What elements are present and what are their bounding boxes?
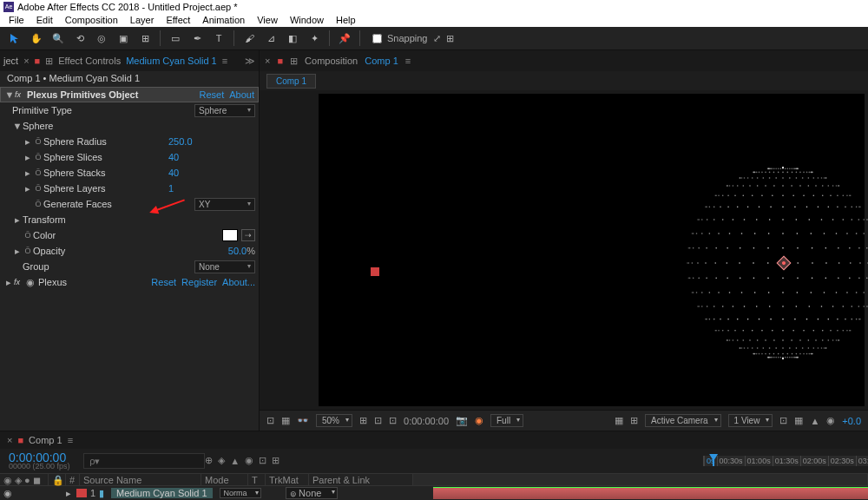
close-tab-icon[interactable]: × <box>23 56 29 66</box>
snapping-checkbox[interactable] <box>372 34 382 43</box>
tl-icon-5[interactable]: ⊡ <box>259 455 266 466</box>
orbit-tool-icon[interactable]: ⟲ <box>70 29 89 48</box>
timeline-search-input[interactable] <box>83 453 205 469</box>
views-dropdown[interactable]: 1 View <box>728 414 773 427</box>
twirl-stacks[interactable]: ▸ <box>23 168 33 179</box>
tl-comp-tab[interactable]: Comp 1 <box>29 435 62 445</box>
fx-toggle-icon[interactable]: fx <box>15 90 27 99</box>
twirl-plexus-obj[interactable]: ▼ <box>4 89 15 100</box>
eraser-tool-icon[interactable]: ◧ <box>283 29 302 48</box>
tl-icon-4[interactable]: ◉ <box>245 455 253 466</box>
transparency-icon[interactable]: ⊞ <box>630 415 638 426</box>
twirl-transform[interactable]: ▸ <box>12 214 23 226</box>
col-mode[interactable]: Mode <box>201 474 248 485</box>
tl-icon-3[interactable]: ▲ <box>230 456 240 466</box>
comp-lock-icon[interactable]: ■ <box>277 56 283 66</box>
visibility-toggle-icon[interactable]: ◉ <box>0 488 16 499</box>
twirl-sphere[interactable]: ▼ <box>12 121 23 131</box>
snap-opt-1-icon[interactable]: ⤢ <box>433 33 441 44</box>
roto-tool-icon[interactable]: ✦ <box>305 29 324 48</box>
color-mgmt-icon[interactable]: ◉ <box>475 415 483 426</box>
snapshot-icon[interactable]: 📷 <box>456 415 468 426</box>
menu-layer[interactable]: Layer <box>125 15 160 25</box>
opacity-value[interactable]: 50.0 <box>228 246 247 256</box>
color-swatch[interactable] <box>222 229 238 241</box>
menu-file[interactable]: File <box>3 15 30 25</box>
sphere-slices-value[interactable]: 40 <box>168 152 255 162</box>
composition-viewport[interactable] <box>260 90 868 410</box>
clone-tool-icon[interactable]: ⊿ <box>261 29 280 48</box>
magnify-icon[interactable]: ⊡ <box>266 415 274 426</box>
guides-icon[interactable]: ⊡ <box>374 415 382 426</box>
resolution-icon[interactable]: ⊞ <box>359 415 367 426</box>
rectangle-tool-icon[interactable]: ▭ <box>166 29 185 48</box>
menu-composition[interactable]: Composition <box>60 15 123 25</box>
stopwatch-opacity-icon[interactable]: Ö <box>23 247 33 255</box>
trkmat-dropdown[interactable]: ⊚ None <box>286 487 338 499</box>
exposure-value[interactable]: +0.0 <box>842 416 861 426</box>
menu-view[interactable]: View <box>252 15 283 25</box>
tl-close-icon[interactable]: × <box>7 435 12 445</box>
sphere-stacks-value[interactable]: 40 <box>168 168 255 178</box>
vb-icon-1[interactable]: ⊡ <box>779 415 787 426</box>
time-display[interactable]: 0:00:00:00 <box>404 416 449 426</box>
zoom-dropdown[interactable]: 50% <box>316 414 352 427</box>
menu-help[interactable]: Help <box>331 15 361 25</box>
tl-lock-icon[interactable]: ■ <box>17 435 23 445</box>
twirl-plexus[interactable]: ▸ <box>3 277 14 288</box>
rotate-tool-icon[interactable]: ◎ <box>92 29 111 48</box>
effect-layer-link[interactable]: Medium Cyan Solid 1 <box>126 56 217 66</box>
sphere-layers-value[interactable]: 1 <box>168 183 255 194</box>
twirl-slices[interactable]: ▸ <box>23 152 33 163</box>
pen-tool-icon[interactable]: ✒ <box>187 29 207 48</box>
selection-tool-icon[interactable] <box>5 29 24 48</box>
stopwatch-faces-icon[interactable]: Ö <box>33 200 43 208</box>
table-row[interactable]: ◉ ▸ 1 ▮ Medium Cyan Solid 1 Norma ⊚ None <box>0 486 868 500</box>
brush-tool-icon[interactable]: 🖌 <box>240 29 259 48</box>
stopwatch-layers-icon[interactable]: Ö <box>33 184 43 193</box>
group-dropdown[interactable]: None <box>194 260 255 273</box>
panel-menu-icon[interactable]: ≫ <box>245 56 255 67</box>
stopwatch-stacks-icon[interactable]: Ö <box>33 168 43 177</box>
eyedropper-icon[interactable]: ⇢ <box>241 229 255 241</box>
menu-animation[interactable]: Animation <box>197 15 250 25</box>
vb-icon-3[interactable]: ▲ <box>810 416 819 426</box>
twirl-radius[interactable]: ▸ <box>23 136 33 148</box>
stopwatch-slices-icon[interactable]: Ö <box>33 153 43 161</box>
draft-icon[interactable]: ▦ <box>615 415 623 426</box>
vb-icon-4[interactable]: ◉ <box>826 415 835 426</box>
time-ruler[interactable]: 0s 00:30s 01:00s 01:30s 02:00s 02:30s 03… <box>703 456 868 466</box>
camera-tool-icon[interactable]: ▣ <box>114 29 133 48</box>
tab-project[interactable]: ject <box>3 56 18 66</box>
composition-name[interactable]: Comp 1 <box>365 56 398 66</box>
twirl-layers[interactable]: ▸ <box>23 183 33 194</box>
tab-effect-controls[interactable]: Effect Controls <box>58 56 121 66</box>
col-source[interactable]: Source Name <box>80 474 201 485</box>
reset-link[interactable]: Reset <box>200 89 225 100</box>
grid-icon[interactable]: ▦ <box>281 415 290 426</box>
tl-icon-2[interactable]: ◈ <box>218 455 225 466</box>
about-link[interactable]: About <box>229 89 254 100</box>
close-comp-tab-icon[interactable]: × <box>265 56 270 66</box>
fx-toggle-plexus-icon[interactable]: fx <box>14 278 26 286</box>
type-tool-icon[interactable]: T <box>209 29 228 48</box>
mask-icon[interactable]: 👓 <box>297 415 309 426</box>
puppet-tool-icon[interactable]: 📌 <box>335 29 354 48</box>
plexus-about-link[interactable]: About... <box>222 277 255 287</box>
lock-icon[interactable]: ■ <box>35 56 41 66</box>
comp-tab[interactable]: Comp 1 <box>266 74 316 89</box>
plexus-reset-link[interactable]: Reset <box>151 277 176 287</box>
primitive-type-dropdown[interactable]: Sphere <box>194 104 255 117</box>
camera-dropdown[interactable]: Active Camera <box>645 414 721 427</box>
twirl-layer[interactable]: ▸ <box>66 488 76 499</box>
col-trkmat[interactable]: TrkMat <box>266 474 309 485</box>
layer-color-icon[interactable] <box>76 489 87 497</box>
layer-name[interactable]: Medium Cyan Solid 1 <box>111 488 213 498</box>
quality-dropdown[interactable]: Full <box>490 414 523 427</box>
generate-faces-dropdown[interactable]: XY <box>194 198 255 211</box>
vb-icon-2[interactable]: ▦ <box>794 415 803 426</box>
col-parent[interactable]: Parent & Link <box>309 474 413 485</box>
stopwatch-color-icon[interactable]: Ö <box>23 231 33 240</box>
zoom-tool-icon[interactable]: 🔍 <box>49 29 68 48</box>
sphere-radius-value[interactable]: 250.0 <box>168 136 255 147</box>
